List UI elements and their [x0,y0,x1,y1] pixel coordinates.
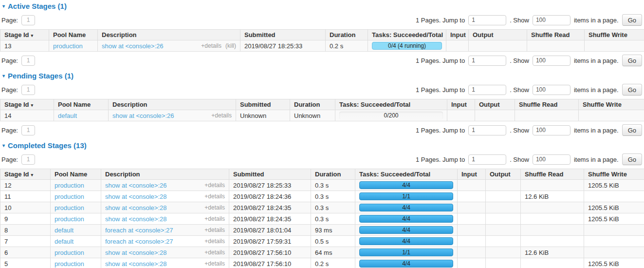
page-number-input[interactable] [21,15,35,25]
details-toggle[interactable]: +details [204,215,225,222]
column-header-6[interactable]: Input [447,99,475,110]
description-link[interactable]: show at <console>:26 [105,182,166,189]
details-toggle[interactable]: +details [204,260,225,267]
column-header-4[interactable]: Duration [326,30,368,40]
section-heading-completed-stages[interactable]: ▾Completed Stages (13) [0,140,644,151]
column-header-5[interactable]: Tasks: Succeeded/Total [335,99,447,110]
pool-name-link[interactable]: production [55,182,84,189]
details-toggle[interactable]: +details [204,182,225,189]
shuffle-read-cell [527,40,585,52]
shuffle-read-cell [521,202,584,213]
items-per-page-input[interactable] [533,15,570,25]
details-toggle[interactable]: +details [204,227,225,233]
go-button[interactable]: Go [622,14,642,26]
description-link[interactable]: show at <console>:26 [102,42,163,50]
column-header-8[interactable]: Shuffle Read [515,99,579,110]
column-header-6[interactable]: Input [446,30,469,40]
section-title: Completed Stages (13) [8,141,87,150]
column-header-0[interactable]: Stage Id▾ [0,99,54,110]
submitted-cell: 2019/08/27 18:24:35 [229,202,311,213]
page-number-input[interactable] [21,56,35,66]
details-toggle[interactable]: +details [204,249,225,256]
go-button[interactable]: Go [622,153,642,165]
details-toggle[interactable]: +details [204,193,225,200]
description-link[interactable]: show at <console>:28 [105,215,166,223]
pool-name-link[interactable]: production [55,260,84,268]
sort-desc-icon: ▾ [31,103,34,108]
table-row: 9productionshow at <console>:28+details2… [0,213,644,225]
pool-name-link[interactable]: default [55,238,74,245]
column-header-7[interactable]: Output [475,99,515,110]
jump-to-page-input[interactable] [468,85,506,95]
pool-name-link[interactable]: production [55,193,84,200]
column-header-0[interactable]: Stage Id▾ [0,30,49,40]
pool-name-link[interactable]: default [55,227,74,234]
items-per-page-input[interactable] [533,56,570,66]
column-header-5[interactable]: Tasks: Succeeded/Total [355,169,458,180]
column-header-9[interactable]: Shuffle Write [584,169,644,180]
details-toggle[interactable]: +details [211,112,232,119]
column-header-1[interactable]: Pool Name [49,30,98,40]
description-link[interactable]: show at <console>:28 [105,260,166,268]
shuffle-write-cell: 1205.5 KiB [584,258,644,268]
go-button[interactable]: Go [622,84,642,96]
column-header-2[interactable]: Description [109,99,236,110]
column-header-4[interactable]: Duration [290,99,335,110]
shuffle-write-cell [584,225,644,236]
details-toggle[interactable]: +details [201,42,221,49]
column-header-8[interactable]: Shuffle Read [527,30,585,40]
column-header-5[interactable]: Tasks: Succeeded/Total [368,30,446,40]
column-header-2[interactable]: Description [101,169,229,180]
description-link[interactable]: show at <console>:28 [105,204,166,211]
pool-name-link[interactable]: production [55,249,84,256]
page-number-input[interactable] [21,154,35,165]
description-link[interactable]: show at <console>:28 [105,249,166,256]
output-cell [486,191,521,202]
pagination-bottom-pending-stages: Page:1 Pages. Jump to. Showitems in a pa… [0,121,644,139]
column-header-0[interactable]: Stage Id▾ [0,169,51,180]
pool-name-link[interactable]: production [55,215,84,223]
column-header-4[interactable]: Duration [311,169,355,180]
section-heading-active-stages[interactable]: ▾Active Stages (1) [0,0,644,11]
header-row: Stage Id▾Pool NameDescriptionSubmittedDu… [0,30,644,40]
description-link[interactable]: foreach at <console>:27 [105,238,173,245]
column-header-6[interactable]: Input [458,169,486,180]
details-toggle[interactable]: +details [204,204,225,211]
go-button[interactable]: Go [622,55,642,66]
column-header-7[interactable]: Output [469,30,527,40]
column-header-9[interactable]: Shuffle Write [579,99,644,110]
column-header-3[interactable]: Submitted [229,169,311,180]
pool-name-link[interactable]: default [58,112,77,119]
page-number-input[interactable] [21,85,35,95]
go-button[interactable]: Go [622,124,642,136]
column-header-9[interactable]: Shuffle Write [585,30,644,40]
column-header-3[interactable]: Submitted [236,99,290,110]
jump-to-page-input[interactable] [468,154,506,165]
section-heading-pending-stages[interactable]: ▾Pending Stages (1) [0,70,644,81]
column-header-3[interactable]: Submitted [240,30,326,40]
column-header-1[interactable]: Pool Name [51,169,101,180]
items-per-page-input[interactable] [533,85,570,95]
description-link[interactable]: foreach at <console>:27 [105,227,173,234]
items-per-page-input[interactable] [533,154,570,165]
jump-to-page-input[interactable] [468,15,506,25]
column-header-1[interactable]: Pool Name [54,99,109,110]
column-header-2[interactable]: Description [98,30,240,40]
pages-count-text: 1 Pages. Jump to [416,57,465,64]
page-number-input[interactable] [21,125,35,135]
pool-name-cell: default [51,236,101,247]
kill-link[interactable]: (kill) [225,42,236,49]
column-header-7[interactable]: Output [486,169,521,180]
column-header-label: Description [112,101,147,108]
jump-to-page-input[interactable] [468,125,506,135]
column-header-8[interactable]: Shuffle Read [521,169,584,180]
details-toggle[interactable]: +details [204,238,225,245]
shuffle-write-cell: 1205.5 KiB [584,202,644,213]
pool-name-link[interactable]: production [55,204,84,211]
description-link[interactable]: show at <console>:26 [112,112,174,119]
jump-to-page-input[interactable] [468,56,506,66]
task-progress-label: 0/200 [339,112,443,119]
description-link[interactable]: show at <console>:28 [105,193,166,200]
items-per-page-input[interactable] [533,125,570,135]
pool-name-link[interactable]: production [53,42,83,50]
